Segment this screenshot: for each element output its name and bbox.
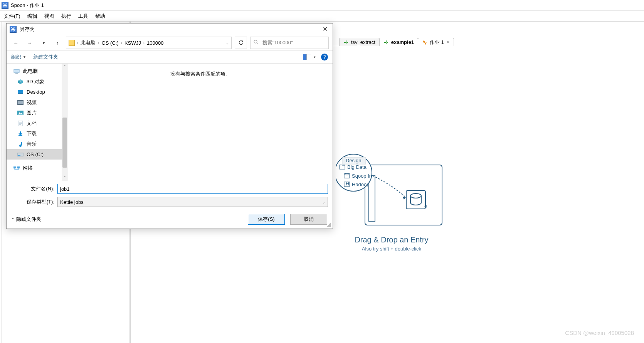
file-list-area: 没有与搜索条件匹配的项。 xyxy=(68,64,333,181)
scroll-up-icon[interactable]: ˄ xyxy=(62,64,68,70)
tree-item-this-pc[interactable]: 此电脑 xyxy=(7,66,68,76)
tree-item-music[interactable]: 音乐 xyxy=(7,139,68,149)
menu-run[interactable]: 执行 xyxy=(61,13,71,20)
search-placeholder: 搜索"100000" xyxy=(262,39,293,46)
svg-rect-1 xyxy=(369,176,375,221)
svg-rect-21 xyxy=(18,93,23,94)
dialog-titlebar: 另存为 ✕ xyxy=(7,24,333,35)
save-button[interactable]: 保存(S) xyxy=(248,214,285,225)
scroll-thumb[interactable] xyxy=(62,118,67,168)
app-titlebar: Spoon - 作业 1 xyxy=(0,0,644,11)
download-icon xyxy=(17,131,24,137)
view-mode-button[interactable]: ▾ xyxy=(303,54,316,60)
empty-folder-text: 没有与搜索条件匹配的项。 xyxy=(170,71,230,77)
tab-label: 作业 1 xyxy=(430,39,444,46)
cube-icon xyxy=(17,79,24,85)
dialog-toolbar: 组织 ▼ 新建文件夹 ▾ ? xyxy=(7,50,333,64)
scroll-down-icon[interactable]: ˅ xyxy=(62,175,68,181)
menubar: 文件(F) 编辑 视图 执行 工具 帮助 xyxy=(0,11,644,22)
chevron-up-icon: ˄ xyxy=(12,217,14,222)
svg-point-27 xyxy=(19,145,22,147)
picture-icon xyxy=(17,110,24,116)
svg-rect-0 xyxy=(365,165,442,225)
tree-item-network[interactable]: 网络 xyxy=(7,163,68,173)
drag-drop-subtitle: Also try shift + double-click xyxy=(334,246,449,252)
chevron-right-icon: › xyxy=(120,41,123,45)
pc-icon xyxy=(13,68,20,74)
folder-tree: 此电脑 3D 对象 Desktop 视频 图片 文档 下载 音乐 OS (C:)… xyxy=(7,64,68,181)
desktop-icon xyxy=(17,89,24,95)
savetype-value: Kettle jobs xyxy=(60,199,84,205)
nav-up-button[interactable]: ↑ xyxy=(52,37,63,48)
cancel-button[interactable]: 取消 xyxy=(290,214,327,225)
svg-text:Hadoop: Hadoop xyxy=(352,182,370,187)
tree-item-documents[interactable]: 文档 xyxy=(7,118,68,128)
help-button[interactable]: ? xyxy=(321,54,328,61)
nav-back-button[interactable]: ← xyxy=(10,37,21,48)
tab-close-icon[interactable]: ⨯ xyxy=(446,40,450,45)
tab-label: tsv_extract xyxy=(351,39,375,45)
drag-drop-title: Drag & Drop an Entry xyxy=(334,235,449,244)
svg-rect-23 xyxy=(18,101,23,104)
breadcrumb-item[interactable]: 100000 xyxy=(147,40,163,46)
drag-drop-hint: Design Big Data Sqoop In H Hadoop xyxy=(334,149,449,252)
savetype-label: 保存类型(T): xyxy=(11,198,57,205)
svg-text:H: H xyxy=(346,181,349,187)
organize-menu[interactable]: 组织 ▼ xyxy=(11,54,26,61)
hide-folders-toggle[interactable]: ˄ 隐藏文件夹 xyxy=(12,216,41,223)
tree-item-videos[interactable]: 视频 xyxy=(7,97,68,108)
breadcrumb-dropdown-icon[interactable]: ⌄ xyxy=(226,41,229,45)
menu-edit[interactable]: 编辑 xyxy=(27,13,37,20)
tree-item-os-c[interactable]: OS (C:) xyxy=(7,149,68,160)
transformation-icon xyxy=(343,40,349,45)
tree-item-3d[interactable]: 3D 对象 xyxy=(7,76,68,87)
save-as-dialog: 另存为 ✕ ← → ▾ ↑ › 此电脑 › OS (C:) › KSWJJ › … xyxy=(6,23,333,229)
breadcrumb-item[interactable]: 此电脑 xyxy=(81,39,96,46)
network-icon xyxy=(13,165,20,171)
dialog-nav-row: ← → ▾ ↑ › 此电脑 › OS (C:) › KSWJJ › 100000… xyxy=(7,35,333,50)
savetype-select[interactable]: Kettle jobs ⌄ xyxy=(57,197,328,207)
refresh-button[interactable] xyxy=(235,37,247,49)
tab-job1[interactable]: 作业 1 ⨯ xyxy=(418,38,454,46)
chevron-down-icon: ⌄ xyxy=(322,200,325,204)
svg-rect-31 xyxy=(17,166,20,168)
folder-icon xyxy=(69,40,75,46)
tree-item-pictures[interactable]: 图片 xyxy=(7,108,68,118)
dialog-title: 另存为 xyxy=(20,26,35,33)
job-icon xyxy=(422,40,427,45)
tree-item-desktop[interactable]: Desktop xyxy=(7,87,68,97)
transformation-icon xyxy=(383,40,389,45)
nav-recent-dropdown[interactable]: ▾ xyxy=(38,37,49,48)
tab-example1[interactable]: example1 xyxy=(379,38,418,46)
breadcrumb-item[interactable]: OS (C:) xyxy=(102,40,119,46)
drive-icon xyxy=(17,151,24,158)
svg-point-3 xyxy=(410,193,421,198)
svg-point-14 xyxy=(254,40,257,43)
design-label: Design xyxy=(346,158,361,163)
menu-file[interactable]: 文件(F) xyxy=(4,13,20,20)
chevron-right-icon: › xyxy=(143,41,145,45)
video-icon xyxy=(17,99,24,106)
breadcrumb-bar[interactable]: › 此电脑 › OS (C:) › KSWJJ › 100000 ⌄ xyxy=(66,37,232,49)
menu-tools[interactable]: 工具 xyxy=(78,13,88,20)
menu-help[interactable]: 帮助 xyxy=(95,13,105,20)
svg-text:Big Data: Big Data xyxy=(347,164,367,170)
spoon-app-icon xyxy=(10,26,17,33)
drag-drop-illustration: Design Big Data Sqoop In H Hadoop xyxy=(336,149,447,230)
menu-view[interactable]: 视图 xyxy=(44,13,54,20)
search-input[interactable]: 搜索"100000" xyxy=(250,37,329,49)
tree-scrollbar[interactable]: ˄ ˅ xyxy=(62,64,68,181)
resize-grip[interactable] xyxy=(326,222,331,227)
app-title: Spoon - 作业 1 xyxy=(11,2,44,9)
svg-rect-15 xyxy=(14,69,19,72)
dialog-footer: ˄ 隐藏文件夹 保存(S) 取消 xyxy=(7,210,333,229)
dialog-fields: 文件名(N): 保存类型(T): Kettle jobs ⌄ xyxy=(7,181,333,210)
tree-item-downloads[interactable]: 下载 xyxy=(7,128,68,139)
breadcrumb-item[interactable]: KSWJJ xyxy=(124,40,141,46)
tab-tsv-extract[interactable]: tsv_extract xyxy=(339,38,380,46)
nav-forward-button[interactable]: → xyxy=(24,37,35,48)
dialog-close-button[interactable]: ✕ xyxy=(320,25,330,33)
filename-input[interactable] xyxy=(57,184,328,194)
new-folder-button[interactable]: 新建文件夹 xyxy=(33,54,58,61)
editor-tabs: tsv_extract example1 作业 1 ⨯ xyxy=(339,38,454,46)
